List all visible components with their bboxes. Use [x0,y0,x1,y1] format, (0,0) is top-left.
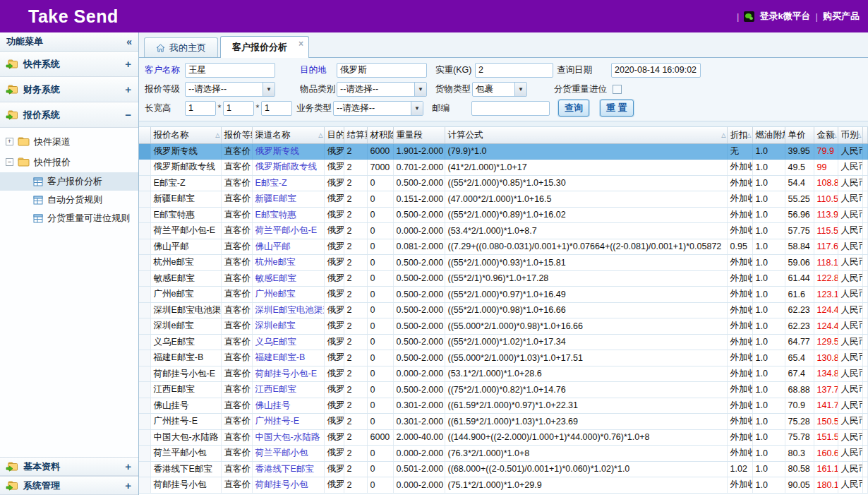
table-row[interactable]: 中国大包-水陆路 直客价 中国大包-水陆路 俄罗斯 2 6000 2.000-4… [139,429,868,446]
header-formula[interactable]: 计算公式△ [445,127,727,143]
table-row[interactable]: 香港线下E邮宝 直客价 香港线下E邮宝 俄罗斯 2 0 0.501-2.000 … [139,461,868,477]
sidebar-section-express[interactable]: 快件系统 + [0,52,138,77]
cargo-type-select[interactable]: 包裹 ▼ [472,82,527,97]
expand-plus-icon[interactable]: + [125,460,131,472]
tree-leaf-auto-split-rules[interactable]: 自动分货规则 [0,191,138,209]
customer-name-input[interactable]: 王星 [185,63,275,78]
table-row[interactable]: 荷邮挂号小包-E 直客价 荷邮挂号小包-E 俄罗斯 2 0 0.000-2.00… [139,366,868,382]
split-weight-carry-checkbox[interactable] [613,85,622,94]
table-row[interactable]: E邮宝特惠 直客价 E邮宝特惠 俄罗斯 2 0 0.500-2.000 ((55… [139,207,868,223]
table-row[interactable]: 荷兰平邮小包-E 直客价 荷兰平邮小包-E 俄罗斯 2 0 0.000-2.00… [139,223,868,239]
cell-channel-link[interactable]: 敏感E邮宝 [252,270,324,287]
cell-channel-link[interactable]: 广州挂号-E [252,414,324,430]
sidebar-section-finance[interactable]: 财务系统 + [0,77,138,102]
table-row[interactable]: 深圳e邮宝 直客价 深圳e邮宝 俄罗斯 2 0 0.500-2.000 ((55… [139,318,868,335]
search-button[interactable]: 查询 [558,100,589,117]
table-row[interactable]: 广州挂号-E 直客价 广州挂号-E 俄罗斯 2 0 0.301-2.000 ((… [139,414,868,430]
header-quote-name[interactable]: 报价名称△ [150,127,221,143]
sort-asc-icon[interactable]: △ [747,132,751,138]
expander-minus-icon[interactable]: − [6,158,13,166]
business-type-select[interactable]: --请选择-- ▼ [333,101,423,116]
destination-input[interactable]: 俄罗斯 [337,63,427,78]
header-unit-price[interactable]: 单价 [785,127,814,143]
item-category-select[interactable]: --请选择-- ▼ [337,82,427,97]
cell-channel-link[interactable]: 中国大包-水陆路 [252,429,324,446]
tree-leaf-customer-quote-analysis[interactable]: 客户报价分析 [0,172,138,191]
table-row[interactable]: 俄罗斯专线 直客价 俄罗斯专线 俄罗斯 2 6000 1.901-2.000 (… [139,143,868,160]
header-quote-grade[interactable]: 报价等级 [221,127,252,143]
cell-channel-link[interactable]: 广州e邮宝 [252,287,324,303]
quote-grade-select[interactable]: --请选择-- ▼ [185,82,275,97]
login-link[interactable]: 登录k微平台 [759,10,810,23]
cell-channel-link[interactable]: 佛山平邮 [252,239,324,255]
table-row[interactable]: 江西E邮宝 直客价 江西E邮宝 俄罗斯 2 0 0.500-2.000 ((75… [139,382,868,398]
cell-channel-link[interactable]: 深圳E邮宝电池渠道 [252,302,324,318]
zip-code-input[interactable] [471,101,550,116]
sort-asc-icon[interactable]: △ [832,132,836,138]
tab-customer-quote-analysis[interactable]: 客户报价分析 × [220,36,309,58]
cell-channel-link[interactable]: 荷邮挂号小包-E [252,366,324,382]
cell-channel-link[interactable]: 义乌E邮宝 [252,334,324,350]
tab-my-home[interactable]: 我的主页 [144,37,218,57]
header-discount[interactable]: 折扣△ [727,127,752,143]
sort-asc-icon[interactable]: △ [779,132,783,138]
table-row[interactable]: 杭州e邮宝 直客价 杭州e邮宝 俄罗斯 2 0 0.500-2.000 ((55… [139,255,868,271]
header-weight-range[interactable]: 重量段 [393,127,445,143]
cell-channel-link[interactable]: 俄罗斯专线 [252,143,324,160]
cell-channel-link[interactable]: 江西E邮宝 [252,382,324,398]
cell-channel-link[interactable]: 新疆E邮宝 [252,191,324,208]
cell-channel-link[interactable]: E邮宝-Z [252,175,324,191]
header-currency[interactable]: 币别△ [838,127,862,143]
reset-button[interactable]: 重 置 [600,100,634,117]
tree-node-quotes[interactable]: − 快件报价 [0,152,138,172]
table-row[interactable]: 佛山挂号 直客价 佛山挂号 俄罗斯 2 0 0.301-2.000 ((61.5… [139,398,868,414]
table-row[interactable]: 敏感E邮宝 直客价 敏感E邮宝 俄罗斯 2 0 0.500-2.000 ((55… [139,270,868,287]
cell-channel-link[interactable]: 深圳e邮宝 [252,318,324,335]
width-input[interactable]: 1 [223,101,254,116]
cell-channel-link[interactable]: 佛山挂号 [252,398,324,414]
table-row[interactable]: 新疆E邮宝 直客价 新疆E邮宝 俄罗斯 2 0 0.151-2.000 (47.… [139,191,868,208]
sort-asc-icon[interactable]: △ [215,132,219,138]
collapse-sidebar-icon[interactable]: « [126,36,132,47]
sidebar-section-basic-data[interactable]: 基本资料 + [0,457,138,476]
table-row[interactable]: 荷邮挂号小包 直客价 荷邮挂号小包 俄罗斯 2 0 0.000-2.000 (7… [139,477,868,494]
sort-asc-icon[interactable]: △ [857,132,861,138]
table-row[interactable]: 广州e邮宝 直客价 广州e邮宝 俄罗斯 2 0 0.500-2.000 ((55… [139,287,868,303]
table-row[interactable]: 福建E邮宝-B 直客价 福建E邮宝-B 俄罗斯 2 0 0.500-2.000 … [139,350,868,366]
length-input[interactable]: 1 [185,101,216,116]
cell-channel-link[interactable]: 香港线下E邮宝 [252,461,324,477]
tree-node-channels[interactable]: + 快件渠道 [0,131,138,152]
expand-plus-icon[interactable]: + [125,479,131,491]
table-row[interactable]: 义乌E邮宝 直客价 义乌E邮宝 俄罗斯 2 0 0.500-2.000 ((55… [139,334,868,350]
header-destination[interactable]: 目的地 [324,127,344,143]
height-input[interactable]: 1 [261,101,292,116]
sort-asc-icon[interactable]: △ [318,132,323,138]
expander-plus-icon[interactable]: + [6,138,13,145]
header-fuel-surcharge[interactable]: 燃油附加△ [752,127,785,143]
weight-input[interactable]: 2 [475,63,553,78]
close-tab-icon[interactable]: × [299,39,303,49]
collapse-minus-icon[interactable]: − [125,109,131,121]
cell-channel-link[interactable]: 荷兰平邮小包 [252,446,324,462]
table-row[interactable]: 俄罗斯邮政专线 直客价 俄罗斯邮政专线 俄罗斯 2 7000 0.701-2.0… [139,160,868,176]
sort-asc-icon[interactable]: △ [721,132,725,138]
header-volume-divisor[interactable]: 材积除 [367,127,393,143]
sidebar-section-system-management[interactable]: 系统管理 + [0,476,138,495]
query-date-input[interactable]: 2020-08-14 16:09:02 [611,63,701,78]
table-row[interactable]: 深圳E邮宝电池渠道 直客价 深圳E邮宝电池渠道 俄罗斯 2 0 0.500-2.… [139,302,868,318]
header-settle-weight[interactable]: 结算重量 [344,127,367,143]
table-row[interactable]: 荷兰平邮小包 直客价 荷兰平邮小包 俄罗斯 2 0 0.000-2.000 (7… [139,446,868,462]
expand-plus-icon[interactable]: + [125,83,131,95]
cell-channel-link[interactable]: 杭州e邮宝 [252,255,324,271]
cell-channel-link[interactable]: E邮宝特惠 [252,207,324,223]
buy-product-link[interactable]: 购买产品 [823,10,860,23]
cell-channel-link[interactable]: 荷兰平邮小包-E [252,223,324,239]
table-row[interactable]: E邮宝-Z 直客价 E邮宝-Z 俄罗斯 2 0 0.500-2.000 ((55… [139,175,868,191]
header-channel-name[interactable]: 渠道名称△ [252,127,324,143]
expand-plus-icon[interactable]: + [125,58,131,70]
sidebar-section-quote[interactable]: 报价系统 − [0,102,138,128]
table-row[interactable]: 佛山平邮 直客价 佛山平邮 俄罗斯 2 0 0.081-2.000 ((7.29… [139,239,868,255]
cell-channel-link[interactable]: 荷邮挂号小包 [252,477,324,494]
tree-leaf-split-weight-carry-rules[interactable]: 分货重量可进位规则 [0,209,138,227]
panel-splitter[interactable] [139,121,868,127]
